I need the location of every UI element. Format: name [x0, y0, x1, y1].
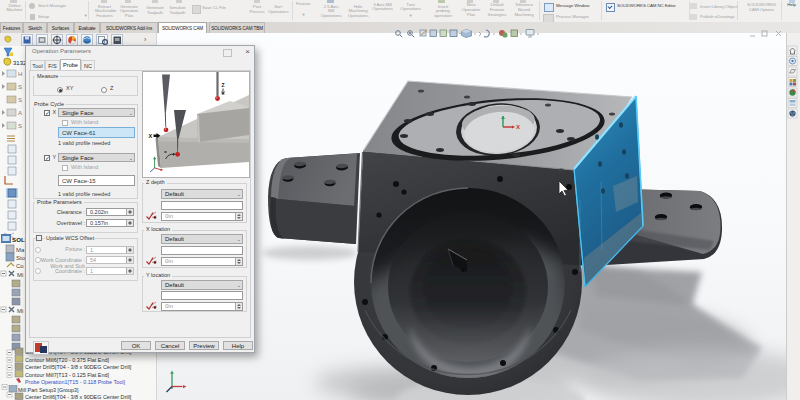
svg-text:X: X: [149, 133, 153, 139]
svg-text:X: X: [516, 124, 520, 130]
svg-text:Z: Z: [222, 82, 225, 88]
